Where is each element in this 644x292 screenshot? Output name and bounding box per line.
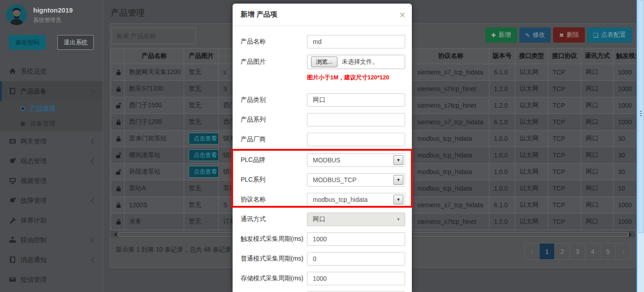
cell-iface_type: 以太网	[515, 131, 548, 147]
sidebar-item-6[interactable]: 保养计划	[0, 210, 103, 230]
delete-button[interactable]: ✖ 删除	[553, 27, 585, 43]
view-image-button[interactable]: 点击查看	[189, 149, 219, 161]
browse-button[interactable]: 浏览...	[311, 57, 337, 67]
close-icon[interactable]: ×	[400, 10, 405, 19]
cell-iface_protocol: TCP	[548, 97, 581, 114]
sidebar-item-4[interactable]: 视频管理	[0, 171, 103, 191]
pagination-next[interactable]: ›	[616, 243, 631, 260]
cell-iface_protocol: TCP	[548, 81, 581, 97]
chevron-left-icon	[91, 237, 96, 243]
sidebar-item-8[interactable]: 消息通知	[0, 250, 103, 270]
lock-closed-icon	[111, 197, 125, 214]
point-table-config-button[interactable]: ❏ 点表配置	[587, 27, 632, 43]
logout-button[interactable]: 退出系统	[57, 35, 94, 50]
wrench-icon	[9, 217, 16, 224]
cell-iface_type: 以太网	[515, 164, 548, 180]
pencil-icon: ✎	[525, 32, 530, 39]
pagination-page-1[interactable]: 1	[540, 243, 555, 260]
cell-name: 西门子1500	[125, 97, 184, 114]
column-header: 协议名称	[413, 48, 489, 64]
view-image-button[interactable]: 点击查看	[189, 133, 219, 144]
plc-series-select[interactable]: MODBUS_TCP ▼	[307, 173, 405, 187]
product-name-label: 产品名称	[241, 38, 307, 46]
chevron-down-icon[interactable]: ▼	[393, 155, 403, 165]
pagination-page-5[interactable]: 5	[601, 243, 616, 260]
sidebar-item-2[interactable]: 网关管理	[0, 131, 103, 151]
sidebar-item-7[interactable]: 联动控制	[0, 230, 103, 250]
cell-image: 暂无	[184, 97, 219, 114]
product-category-input[interactable]	[307, 93, 405, 107]
edit-button[interactable]: ✎ 修改	[519, 27, 551, 43]
sidebar-item-label: 故障管理	[21, 196, 47, 205]
pagination-page-4[interactable]: 4	[585, 243, 601, 260]
sidebar-item-5[interactable]: 故障管理	[0, 191, 103, 210]
cell-name: 数据网关采集1200	[125, 64, 184, 81]
column-header: 产品名称	[125, 48, 184, 64]
sidebar-item-1[interactable]: 产品设备	[0, 81, 103, 101]
pagination-page-3[interactable]: 3	[570, 243, 585, 260]
plus-icon: ✚	[491, 32, 496, 39]
cell-iface_protocol: TCP	[548, 64, 581, 81]
scroll-left-icon[interactable]	[112, 232, 117, 237]
sidebar-item-9[interactable]: 短信管理	[0, 270, 103, 289]
submenu-item-label: 设备管理	[30, 120, 55, 128]
sidebar-item-label: 产品设备	[21, 87, 47, 96]
cell-comm: 网口	[581, 180, 614, 197]
cell-iface_type: 以太网	[515, 97, 548, 114]
cell-comm: 网口	[581, 147, 614, 164]
chevron-down-icon[interactable]: ▼	[393, 195, 403, 205]
cell-comm: 网口	[581, 131, 614, 147]
submenu-item[interactable]: 设备管理	[0, 116, 103, 131]
pagination-page-2[interactable]: 2	[555, 243, 570, 260]
pagination-prev[interactable]: ‹	[524, 243, 540, 260]
product-image-file-input[interactable]: 浏览... 未选择文件。	[307, 55, 405, 69]
chevron-down-icon: ▼	[393, 214, 403, 224]
product-name-input[interactable]	[307, 35, 405, 48]
cell-version: 6.1.0	[489, 64, 515, 81]
protocol-name-label: 协议名称	[241, 196, 307, 204]
search-input[interactable]	[112, 27, 196, 44]
cell-iface_protocol: TCP	[548, 214, 581, 230]
pagination: ‹12345›	[524, 243, 631, 260]
cell-comm: 网口	[581, 97, 614, 114]
cell-iface_type: 以太网	[515, 214, 548, 230]
cell-iface_type: 以太网	[515, 147, 548, 164]
desktop-icon	[9, 177, 16, 184]
chevron-down-icon[interactable]: ▼	[393, 175, 403, 185]
cell-iface_protocol: TCP	[548, 147, 581, 164]
sidebar-item-0[interactable]: 系统总览	[0, 61, 103, 81]
vertical-scrollbar[interactable]	[636, 0, 644, 292]
cell-iface_type: 以太网	[515, 180, 548, 197]
change-password-button[interactable]: 修改密码	[9, 35, 46, 50]
sidebar-item-3[interactable]: 组态管理	[0, 151, 103, 171]
cell-iface_type: 以太网	[515, 64, 548, 81]
product-series-input[interactable]	[307, 113, 405, 126]
scroll-right-icon[interactable]	[629, 232, 634, 237]
vertical-scroll-thumb[interactable]	[638, 0, 644, 233]
trigger-period-input[interactable]	[307, 232, 405, 246]
trigger-period-label: 触发模式采集周期(ms)	[241, 235, 307, 243]
cell-protocol: modbus_tcp_hidata	[413, 180, 489, 197]
plc-brand-select[interactable]: MODBUS ▼	[307, 153, 405, 167]
cell-iface_protocol: TCP	[548, 114, 581, 131]
sidebar-item-label: 系统总览	[21, 67, 47, 76]
cell-name: 庻来门前泵站	[125, 131, 184, 147]
storage-period-input[interactable]	[307, 272, 405, 285]
cell-iface_type: 以太网	[515, 114, 548, 131]
plc-series-label: PLC系列	[241, 176, 307, 184]
modal-title: 新增 产品项	[241, 10, 277, 19]
column-header	[111, 48, 125, 64]
home-icon	[9, 68, 16, 75]
normal-period-input[interactable]	[307, 252, 405, 266]
product-vendor-input[interactable]	[307, 133, 405, 146]
protocol-name-select[interactable]: modbus_tcp_hidata ▼	[307, 193, 405, 206]
cell-version: 6.1.0	[489, 197, 515, 214]
sidebar-item-label: 视频管理	[21, 177, 47, 185]
cell-version: 6.1.0	[489, 114, 515, 131]
sitemap-icon	[9, 236, 16, 244]
sidebar: hignton2019 系统管理员 修改密码 退出系统 系统总览产品设备产品管理…	[0, 0, 103, 292]
submenu-item[interactable]: 产品管理	[0, 101, 103, 116]
cell-version: 1.0.0	[489, 147, 515, 164]
add-button[interactable]: ✚ 新增	[485, 27, 517, 43]
view-image-button[interactable]: 点击查看	[189, 166, 219, 178]
